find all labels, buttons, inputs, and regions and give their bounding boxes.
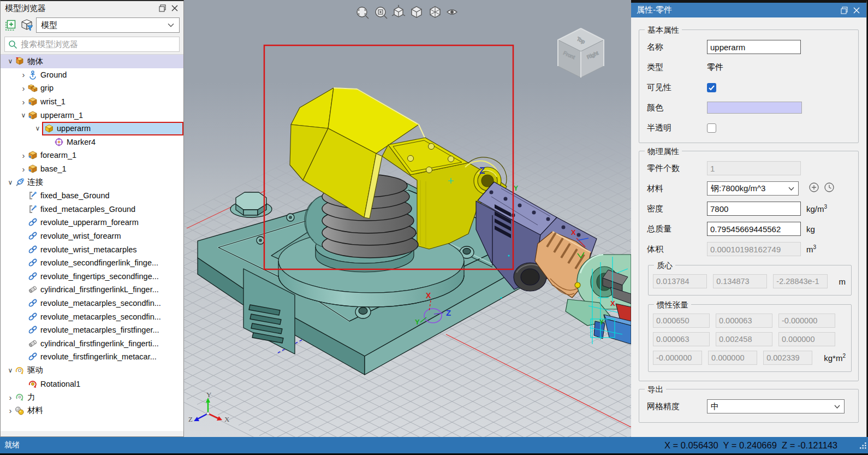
svg-text:Z: Z [188, 415, 193, 423]
basic-properties-group: 基本属性 名称 upperarm 类型 零件 可见性 颜色 半透明 [639, 29, 859, 143]
tree-item-marker4[interactable]: Marker4 [1, 135, 183, 149]
float-properties-icon[interactable] [840, 6, 849, 15]
tree-expander[interactable]: › [19, 97, 28, 107]
tree-expander[interactable]: ∨ [33, 125, 42, 132]
tree-item--[interactable]: ∨驱动 [1, 364, 183, 377]
tree-item-revolute-metacarples-firstfinger-[interactable]: revolute_metacarples_firstfinger... [1, 323, 183, 337]
materials-icon [15, 406, 25, 416]
tree-item-label: revolute_metacarples_secondfin... [40, 312, 161, 321]
tree-item-label: revolute_wrist_metacarples [40, 245, 137, 254]
inertia-value: 0.000650 [653, 314, 710, 328]
density-unit: kg/m3 [806, 204, 827, 214]
color-swatch[interactable] [707, 102, 802, 114]
add-model-button[interactable] [4, 19, 17, 32]
tree-item--[interactable]: ∨物体 [1, 55, 183, 68]
tree-item-fixed-metacarples-ground[interactable]: fixed_metacarples_Ground [1, 203, 183, 216]
revolute-icon [28, 298, 38, 308]
tree-expander[interactable]: › [6, 393, 15, 402]
tree-expander[interactable]: ∨ [19, 111, 28, 119]
tree-item-rotational1[interactable]: Rotational1 [1, 377, 183, 391]
tree-item-upperarm[interactable]: ∨upperarm [42, 122, 183, 135]
tree-expander[interactable]: › [19, 84, 28, 93]
tree-expander[interactable]: › [6, 406, 15, 415]
objects-icon [15, 56, 25, 66]
wireframe-view-icon[interactable] [430, 7, 440, 17]
tree-expander[interactable]: ∨ [6, 367, 15, 374]
tree-item-cylindrical-firstfingerlink-fingerti-[interactable]: cylindrical_firstfingerlink_fingerti... [1, 336, 183, 350]
mass-input[interactable]: 0.79545669445562 [707, 222, 801, 236]
search-input[interactable]: 搜索模型浏览器 [4, 37, 180, 52]
anchor-icon [28, 70, 38, 80]
material-history-icon[interactable] [824, 182, 835, 195]
add-material-icon[interactable] [808, 182, 819, 195]
tree-item-cylindrical-firstfingerlinkl-finger-[interactable]: cylindrical_firstfingerlinkL_finger... [1, 283, 183, 297]
density-input[interactable]: 7800 [707, 202, 801, 216]
tree-item--[interactable]: ›力 [1, 391, 183, 404]
tree-item--[interactable]: ∨连接 [1, 175, 183, 189]
tree-item-label: Rotational1 [40, 380, 80, 388]
visibility-label: 可见性 [647, 82, 707, 93]
mesh-precision-dropdown[interactable]: 中 [707, 399, 845, 413]
viewport-3d[interactable]: X Y X Z Y X Z Y [184, 0, 631, 437]
tree-expander[interactable]: ∨ [6, 179, 15, 186]
translucent-label: 半透明 [647, 123, 707, 133]
tree-item-ground[interactable]: ›Ground [1, 68, 183, 82]
tree-item-base-1[interactable]: ›base_1 [1, 162, 183, 176]
filter-model-button[interactable] [20, 19, 33, 32]
properties-panel: 属性-零件 基本属性 名称 upperarm 类型 零件 可见性 [631, 0, 867, 437]
revolute-icon [28, 352, 38, 362]
tree-item--[interactable]: ›材料 [1, 404, 183, 417]
model-scope-dropdown[interactable]: 模型 [36, 17, 180, 33]
tree-item-revolute-firstfingerlink-metacar-[interactable]: revolute_firstfingerlink_metacar... [1, 350, 183, 364]
chevron-down-icon [834, 404, 841, 409]
close-properties-icon[interactable] [852, 6, 861, 15]
revolute-icon [28, 217, 38, 227]
volume-unit: m3 [806, 244, 816, 254]
tree-expander[interactable]: ∨ [6, 57, 15, 65]
revolute-icon [28, 258, 38, 268]
tree-item-label: revolute_secondfingerlink_finge... [40, 258, 158, 267]
material-dropdown[interactable]: 钢:7800kg/m^3 [707, 181, 799, 196]
tree-item-label: wrist_1 [40, 97, 66, 106]
visibility-checkbox[interactable] [707, 83, 716, 92]
tree-item-revolute-fingertips-secondfinge-[interactable]: revolute_fingertips_secondfinge... [1, 270, 183, 283]
tree-expander[interactable]: › [19, 164, 28, 174]
type-label: 类型 [647, 62, 707, 73]
tree-expander[interactable]: › [19, 70, 28, 79]
tree-item-revolute-metacarples-secondfin-[interactable]: revolute_metacarples_secondfin... [1, 310, 183, 323]
density-label: 密度 [647, 204, 707, 214]
float-panel-icon[interactable] [158, 4, 167, 13]
tree-item-forearm-1[interactable]: ›forearm_1 [1, 149, 183, 162]
svg-text:Z: Z [446, 308, 451, 317]
inertia-unit: kg*m2 [824, 353, 846, 363]
tree-item-revolute-upperarm-forearm[interactable]: revolute_upperarm_forearm [1, 216, 183, 229]
tree-item-revolute-metacarples-secondfin-[interactable]: revolute_metacarples_secondfin... [1, 297, 183, 310]
tree-item-label: revolute_wrist_forearm [40, 232, 121, 240]
visibility-icon[interactable] [447, 10, 457, 14]
tree-item-revolute-secondfingerlink-finge-[interactable]: revolute_secondfingerlink_finge... [1, 256, 183, 270]
resize-grip-icon[interactable] [859, 441, 867, 449]
part-count-label: 零件个数 [647, 163, 707, 174]
physical-properties-label: 物理属性 [645, 146, 682, 157]
chevron-down-icon [788, 186, 795, 191]
joints-icon [15, 178, 25, 187]
close-panel-icon[interactable] [170, 4, 179, 13]
properties-titlebar: 属性-零件 [631, 3, 866, 17]
translucent-checkbox[interactable] [707, 123, 716, 133]
inertia-value: 0.000063 [716, 314, 772, 328]
mass-label: 总质量 [647, 224, 707, 234]
tree-item-fixed-base-ground[interactable]: fixed_base_Ground [1, 189, 183, 203]
fixed-icon [28, 204, 38, 214]
shaded-view-icon[interactable] [412, 7, 421, 17]
tree-item-revolute-wrist-metacarples[interactable]: revolute_wrist_metacarples [1, 243, 183, 256]
physical-properties-group: 物理属性 零件个数 1 材料 钢:7800kg/m^3 [639, 151, 859, 381]
tree-item-revolute-wrist-forearm[interactable]: revolute_wrist_forearm [1, 229, 183, 243]
tree-item-grip[interactable]: ›grip [1, 81, 183, 95]
tree-expander[interactable]: › [19, 151, 28, 160]
basic-properties-label: 基本属性 [645, 25, 682, 36]
tree-item-wrist-1[interactable]: ›wrist_1 [1, 95, 183, 109]
tree-item-label: 连接 [27, 177, 43, 187]
tree-item-upperarm-1[interactable]: ∨upperarm_1 [1, 108, 183, 122]
name-input[interactable]: upperarm [707, 40, 801, 54]
tree-item-label: Marker4 [67, 138, 96, 146]
